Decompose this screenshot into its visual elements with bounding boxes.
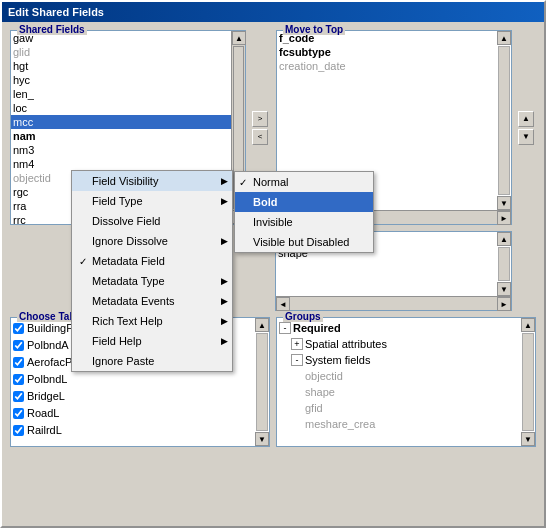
submenu-arrow-icon: ▶: [218, 196, 228, 206]
table-checkbox[interactable]: [13, 323, 24, 334]
menu-label: Field Help: [90, 335, 218, 347]
move-to-top-scroll-up[interactable]: ▲: [497, 31, 511, 45]
list-item[interactable]: mcc: [11, 115, 231, 129]
scroll-thumb: [498, 247, 510, 281]
group-item[interactable]: gfid: [277, 400, 521, 416]
move-to-top-scroll-down[interactable]: ▼: [497, 196, 511, 210]
menu-label: Metadata Type: [90, 275, 218, 287]
menu-label: Ignore Dissolve: [90, 235, 218, 247]
group-item[interactable]: meshare_crea: [277, 416, 521, 432]
submenu-arrow-icon: ▶: [218, 236, 228, 246]
submenu-arrow-icon: ▶: [218, 176, 228, 186]
submenu-item-normal[interactable]: ✓ Normal: [235, 172, 373, 192]
field-visibility-submenu: ✓ Normal Bold Invisible Visible but Disa…: [234, 171, 374, 253]
menu-check: ✓: [76, 256, 90, 267]
group-item[interactable]: objectid: [277, 368, 521, 384]
list-item[interactable]: loc: [11, 101, 231, 115]
list-item[interactable]: hgt: [11, 59, 231, 73]
field-type-menu-item[interactable]: Field Type ▶: [72, 191, 232, 211]
move-to-bottom-scroll-up[interactable]: ▲: [497, 232, 511, 246]
group-item[interactable]: + Spatial attributes: [277, 336, 521, 352]
list-item[interactable]: fcsubtype: [277, 45, 497, 59]
menu-label: Dissolve Field: [90, 215, 218, 227]
submenu-item-invisible[interactable]: Invisible: [235, 212, 373, 232]
field-help-menu-item[interactable]: Field Help ▶: [72, 331, 232, 351]
list-item[interactable]: hyc: [11, 73, 231, 87]
table-item[interactable]: PolbndL: [11, 371, 255, 388]
list-item[interactable]: nam: [11, 129, 231, 143]
metadata-field-menu-item[interactable]: ✓ Metadata Field: [72, 251, 232, 271]
list-item[interactable]: nm4: [11, 157, 231, 171]
scroll-thumb: [256, 333, 268, 431]
h-scroll-track: [290, 297, 497, 310]
menu-label: Ignore Paste: [90, 355, 218, 367]
scroll-thumb: [498, 46, 510, 195]
submenu-arrow-icon: ▶: [218, 336, 228, 346]
dialog-titlebar: Edit Shared Fields: [2, 2, 544, 22]
h-scroll-right[interactable]: ►: [497, 297, 511, 311]
dissolve-field-menu-item[interactable]: Dissolve Field: [72, 211, 232, 231]
table-item[interactable]: RailrdL: [11, 422, 255, 439]
submenu-check: ✓: [239, 177, 253, 188]
shared-fields-label: Shared Fields: [17, 24, 87, 35]
tables-scroll-down[interactable]: ▼: [255, 432, 269, 446]
submenu-arrow-icon: ▶: [218, 276, 228, 286]
table-item[interactable]: BridgeL: [11, 388, 255, 405]
remove-from-top-button[interactable]: <: [252, 129, 268, 145]
context-menu: Field Visibility ▶ ✓ Normal Bold Invisib…: [71, 170, 233, 372]
move-to-top-label: Move to Top: [283, 24, 345, 35]
table-checkbox[interactable]: [13, 425, 24, 436]
dialog-title: Edit Shared Fields: [8, 6, 104, 18]
menu-label: Field Visibility: [90, 175, 218, 187]
menu-label: Field Type: [90, 195, 218, 207]
table-item[interactable]: RoadL: [11, 405, 255, 422]
submenu-arrow-icon: ▶: [218, 316, 228, 326]
metadata-type-menu-item[interactable]: Metadata Type ▶: [72, 271, 232, 291]
list-item[interactable]: nm3: [11, 143, 231, 157]
list-item[interactable]: len_: [11, 87, 231, 101]
table-checkbox[interactable]: [13, 408, 24, 419]
menu-label: Metadata Events: [90, 295, 218, 307]
groups-scroll-up[interactable]: ▲: [521, 318, 535, 332]
table-checkbox[interactable]: [13, 391, 24, 402]
move-to-bottom-scroll-down[interactable]: ▼: [497, 282, 511, 296]
rich-text-help-menu-item[interactable]: Rich Text Help ▶: [72, 311, 232, 331]
groups-tree[interactable]: - Required + Spatial attributes - System…: [277, 318, 521, 446]
menu-label: Metadata Field: [90, 255, 218, 267]
groups-scroll-down[interactable]: ▼: [521, 432, 535, 446]
move-to-bottom-h-scrollbar[interactable]: ◄ ►: [276, 296, 511, 310]
group-item[interactable]: - Required: [277, 320, 521, 336]
expand-icon[interactable]: -: [291, 354, 303, 366]
group-item[interactable]: - System fields: [277, 352, 521, 368]
tables-scroll-up[interactable]: ▲: [255, 318, 269, 332]
h-scroll-left[interactable]: ◄: [276, 297, 290, 311]
expand-icon[interactable]: +: [291, 338, 303, 350]
move-down-button[interactable]: ▼: [518, 129, 534, 145]
submenu-arrow-icon: ▶: [218, 296, 228, 306]
expand-icon[interactable]: -: [279, 322, 291, 334]
table-checkbox[interactable]: [13, 374, 24, 385]
menu-label: Rich Text Help: [90, 315, 218, 327]
ignore-paste-menu-item[interactable]: Ignore Paste: [72, 351, 232, 371]
table-checkbox[interactable]: [13, 340, 24, 351]
add-to-top-button[interactable]: >: [252, 111, 268, 127]
h-scroll-right[interactable]: ►: [497, 211, 511, 225]
submenu-item-visible-disabled[interactable]: Visible but Disabled: [235, 232, 373, 252]
ignore-dissolve-menu-item[interactable]: Ignore Dissolve ▶: [72, 231, 232, 251]
field-visibility-menu-item[interactable]: Field Visibility ▶ ✓ Normal Bold Invisib…: [72, 171, 232, 191]
move-up-button[interactable]: ▲: [518, 111, 534, 127]
list-item[interactable]: glid: [11, 45, 231, 59]
scroll-thumb: [522, 333, 534, 431]
group-item[interactable]: shape: [277, 384, 521, 400]
submenu-item-bold[interactable]: Bold: [235, 192, 373, 212]
list-item[interactable]: creation_date: [277, 59, 497, 73]
groups-label: Groups: [283, 311, 323, 322]
table-checkbox[interactable]: [13, 357, 24, 368]
edit-shared-fields-dialog: Edit Shared Fields Shared Fields gaw gli…: [0, 0, 546, 528]
scroll-up-btn[interactable]: ▲: [232, 31, 246, 45]
metadata-events-menu-item[interactable]: Metadata Events ▶: [72, 291, 232, 311]
